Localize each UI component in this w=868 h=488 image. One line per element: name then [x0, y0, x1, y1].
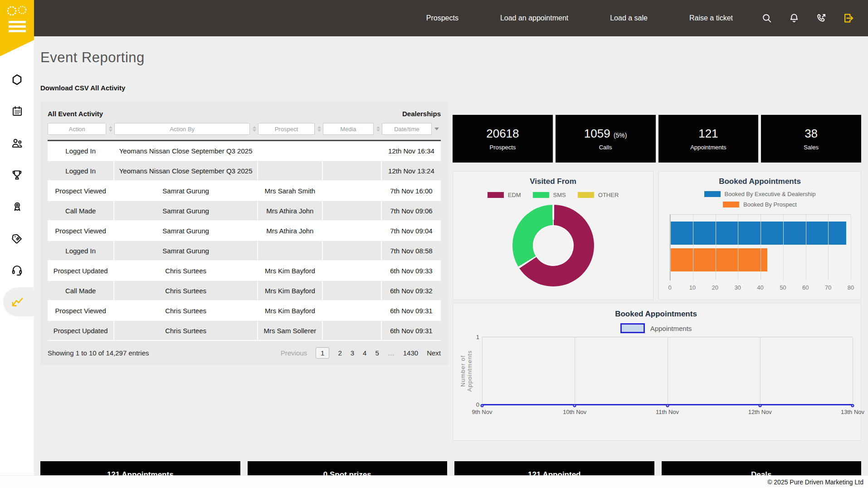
stat-sales: 38 Sales [761, 115, 861, 163]
cell-datetime: 6th Nov 09:31 [382, 321, 441, 340]
cell-action: Prospect Updated [48, 261, 114, 280]
tag-icon [11, 232, 23, 245]
donut-legend: EDM SMS OTHER [459, 192, 647, 198]
cell-datetime: 12th Nov 16:34 [382, 141, 441, 160]
legend-swatch-appointments [620, 323, 645, 333]
cell-media [323, 241, 382, 260]
award-icon [11, 201, 23, 212]
filter-prospect-input[interactable] [258, 123, 315, 135]
cell-action-by: Samrat Gurung [114, 201, 258, 220]
cell-datetime: 7th Nov 09:06 [382, 201, 441, 220]
menu-toggle-icon[interactable] [9, 21, 26, 35]
cell-action-by: Chris Surtees [114, 261, 258, 280]
table-row[interactable]: Prospect ViewedChris SurteesMrs Kim Bayf… [48, 301, 441, 321]
table-row[interactable]: Call MadeSamrat GurungMrs Athira John7th… [48, 201, 441, 221]
cell-prospect: Mrs Kim Bayford [258, 261, 323, 280]
table-row[interactable]: Prospect UpdatedChris SurteesMrs Sam Sol… [48, 321, 441, 341]
sort-datetime-icon[interactable] [434, 128, 439, 130]
legend-swatch-executive [704, 191, 721, 197]
sort-media-icon[interactable] [376, 126, 380, 132]
table-row[interactable]: Call MadeChris SurteesMrs Kim Bayford6th… [48, 281, 441, 301]
visited-from-donut [512, 205, 594, 286]
main-content: Event Reporting Download CSV All Activit… [34, 36, 868, 488]
pagination-page[interactable]: 2 [338, 349, 341, 357]
pagination-page[interactable]: 5 [375, 349, 379, 357]
cell-action-by: Samrat Gurung [114, 241, 258, 260]
table-row[interactable]: Logged InSamrat Gurung7th Nov 08:58 [48, 241, 441, 261]
calendar-icon [11, 105, 23, 117]
legend-label: OTHER [598, 192, 619, 198]
filter-action-input[interactable] [48, 123, 106, 135]
cell-prospect [258, 241, 323, 260]
cell-media [323, 281, 382, 300]
pagination-page-current[interactable]: 1 [316, 347, 329, 359]
cell-media [323, 321, 382, 340]
sidebar-item-trophy[interactable] [0, 159, 34, 191]
cell-action-by: Chris Surtees [114, 301, 258, 320]
sort-action-by-icon[interactable] [253, 126, 256, 132]
sidebar-item-event-reporting[interactable] [0, 286, 34, 318]
cell-prospect [258, 141, 323, 160]
sort-action-icon[interactable] [109, 126, 112, 132]
table-row[interactable]: Logged InYeomans Nissan Close September … [48, 161, 441, 181]
cell-action: Call Made [48, 281, 114, 300]
outgoing-call-icon[interactable] [814, 11, 828, 25]
sort-prospect-icon[interactable] [317, 126, 321, 132]
pagination-last-page[interactable]: 1430 [403, 349, 418, 357]
cell-action: Logged In [48, 241, 114, 260]
search-icon[interactable] [760, 11, 774, 25]
sidebar-item-home[interactable] [0, 64, 34, 95]
pagination-next[interactable]: Next [427, 349, 441, 357]
cell-media [323, 141, 382, 160]
table-row[interactable]: Prospect UpdatedChris SurteesMrs Kim Bay… [48, 261, 441, 281]
sidebar-item-support[interactable] [0, 254, 34, 286]
y-axis-label: Number of Appointments [459, 337, 471, 405]
dealerships-link[interactable]: Dealerships [402, 110, 441, 118]
table-row[interactable]: Prospect ViewedSamrat GurungMrs Athira J… [48, 221, 441, 241]
cell-media [323, 221, 382, 240]
cell-media [323, 201, 382, 220]
pagination-page[interactable]: 4 [363, 349, 366, 357]
stat-label: Sales [804, 144, 819, 151]
pagination: Previous 1 2 3 4 5 … 1430 Next [281, 347, 441, 359]
legend-label: Appointments [650, 325, 692, 332]
nav-load-sale[interactable]: Load a sale [610, 14, 648, 22]
cell-action-by: Samrat Gurung [114, 221, 258, 240]
pagination-ellipsis: … [388, 349, 395, 357]
nav-raise-ticket[interactable]: Raise a ticket [689, 14, 733, 22]
cell-datetime: 7th Nov 09:04 [382, 221, 441, 240]
nav-load-appointment[interactable]: Load an appointment [500, 14, 568, 22]
legend-swatch-other [578, 192, 594, 198]
sidebar-item-prospects[interactable] [0, 127, 34, 159]
cell-prospect: Mrs Athira John [258, 201, 323, 220]
filter-media-input[interactable] [323, 123, 374, 135]
pagination-previous[interactable]: Previous [281, 349, 307, 357]
pagination-page[interactable]: 3 [351, 349, 354, 357]
download-csv-link[interactable]: Download CSV All Activity [40, 84, 125, 92]
filter-action-by-input[interactable] [114, 123, 249, 135]
cell-prospect: Mrs Sarah Smith [258, 181, 323, 200]
sidebar-item-offers[interactable] [0, 222, 34, 254]
filter-datetime-input[interactable] [382, 123, 432, 135]
cell-action: Prospect Viewed [48, 221, 114, 240]
cell-datetime: 7th Nov 16:00 [382, 181, 441, 200]
nav-prospects[interactable]: Prospects [426, 14, 458, 22]
table-row[interactable]: Logged InYeomans Nissan Close September … [48, 141, 441, 161]
cell-action: Logged In [48, 161, 114, 180]
sidebar-item-rewards[interactable] [0, 191, 34, 222]
sidebar-item-calendar[interactable] [0, 95, 34, 127]
legend-swatch-edm [488, 192, 504, 198]
y-tick: 0 [476, 401, 479, 408]
chart-title: Visited From [459, 177, 647, 186]
page-footer: © 2025 Pure Driven Marketing Ltd [0, 475, 868, 488]
chart-title: Booked Appointments [459, 310, 853, 319]
stat-label: Calls [599, 144, 612, 151]
logout-icon[interactable] [842, 11, 855, 25]
cell-prospect: Mrs Kim Bayford [258, 301, 323, 320]
stat-prospects: 20618 Prospects [453, 115, 553, 163]
hbar-plot [670, 214, 851, 281]
table-row[interactable]: Prospect ViewedSamrat GurungMrs Sarah Sm… [48, 181, 441, 201]
cell-action: Prospect Viewed [48, 301, 114, 320]
bell-icon[interactable] [787, 11, 801, 25]
table-body: Logged InYeomans Nissan Close September … [48, 141, 441, 341]
